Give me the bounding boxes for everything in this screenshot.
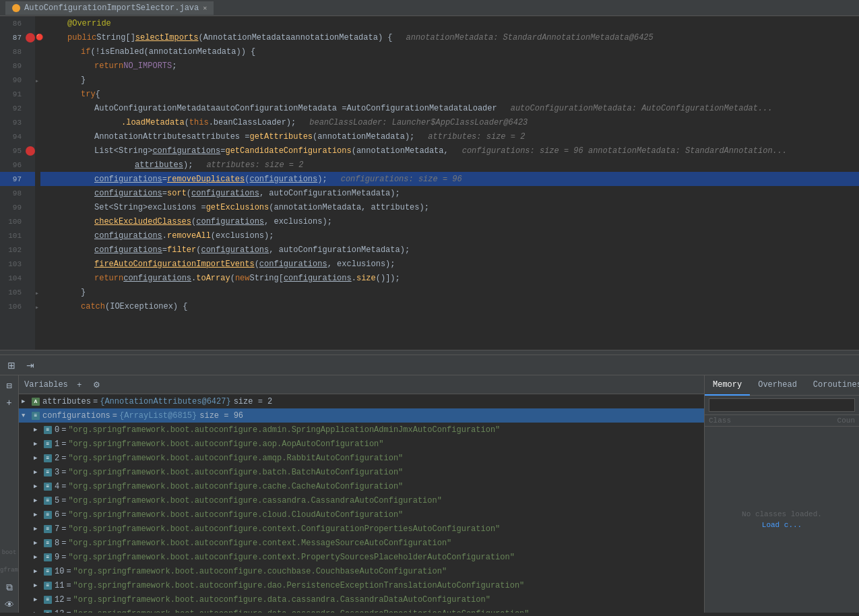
var-icon-10: ≡ [43, 567, 53, 576]
variables-list: ▶ A attributes = {AnnotationAttributes@6… [19, 394, 704, 613]
breakpoint-88[interactable] [26, 47, 35, 57]
code-line-106: catch ( IOException ex) { [40, 299, 859, 313]
code-line-98: configurations = sort ( configurations ,… [40, 186, 859, 200]
breakpoint-86[interactable] [26, 19, 35, 28]
breakpoint-103[interactable] [26, 259, 35, 269]
var-icon-0: ≡ [43, 425, 53, 435]
var-icon-4: ≡ [43, 482, 53, 491]
frames-icon[interactable]: boot [2, 545, 17, 560]
var-item-configurations[interactable]: ▼ ≡ configurations = {ArrayList@6815} si… [19, 408, 704, 423]
variables-header: Variables + ⚙ [19, 375, 704, 394]
debug-content: ⊟ + boot gfram ⧉ 👁 Variables + ⚙ ▶ A att… [0, 375, 859, 613]
var-item-13[interactable]: ▶ ≡ 13 = "org.springframework.boot.autoc… [19, 607, 704, 613]
gutter-row-89: 89 [0, 59, 35, 73]
code-line-86: @Override [40, 16, 859, 30]
var-item-6[interactable]: ▶ ≡ 6 = "org.springframework.boot.autoco… [19, 507, 704, 522]
var-item-7[interactable]: ▶ ≡ 7 = "org.springframework.boot.autoco… [19, 522, 704, 536]
gutter-row-92: 92 [0, 101, 35, 115]
line-num-104: 104 [0, 274, 26, 282]
fold-105[interactable]: ▸ [35, 289, 42, 296]
gutter-row-99: 99 [0, 200, 35, 214]
variables-label: Variables [24, 380, 68, 390]
var-item-2[interactable]: ▶ ≡ 2 = "org.springframework.boot.autoco… [19, 451, 704, 465]
breakpoint-89[interactable] [26, 61, 35, 71]
line-num-103: 103 [0, 260, 26, 268]
add-watch-button[interactable]: + [73, 379, 86, 391]
tab-coroutines[interactable]: Coroutines [805, 375, 859, 396]
breakpoint-101[interactable] [26, 231, 35, 241]
tab-overhead[interactable]: Overhead [750, 375, 805, 396]
gutter-row-87: 87 🔴 [0, 30, 35, 44]
breakpoint-98[interactable] [26, 189, 35, 198]
breakpoint-95[interactable] [26, 146, 35, 156]
breakpoint-96[interactable] [26, 160, 35, 170]
line-num-88: 88 [0, 48, 26, 56]
panel-splitter[interactable] [0, 350, 859, 355]
gutter-row-91: 91 [0, 87, 35, 101]
line-num-99: 99 [0, 204, 26, 212]
breakpoint-92[interactable] [26, 104, 35, 113]
breakpoint-102[interactable] [26, 245, 35, 255]
breakpoint-97[interactable] [26, 175, 35, 184]
no-classes-text: No classes loaded. [742, 510, 822, 518]
line-num-98: 98 [0, 189, 26, 197]
var-item-9[interactable]: ▶ ≡ 9 = "org.springframework.boot.autoco… [19, 550, 704, 564]
breakpoint-94[interactable] [26, 132, 35, 142]
gutter-row-96: 96 [0, 158, 35, 172]
var-item-4[interactable]: ▶ ≡ 4 = "org.springframework.boot.autoco… [19, 479, 704, 493]
var-item-8[interactable]: ▶ ≡ 8 = "org.springframework.boot.autoco… [19, 536, 704, 550]
line-num-102: 102 [0, 246, 26, 254]
gutter-row-105: 105 ▸ [0, 285, 35, 299]
var-item-attributes[interactable]: ▶ A attributes = {AnnotationAttributes@6… [19, 394, 704, 408]
var-icon-2: ≡ [43, 454, 53, 463]
gutter-row-86: 86 [0, 16, 35, 30]
var-icon-9: ≡ [43, 553, 53, 562]
var-item-12[interactable]: ▶ ≡ 12 = "org.springframework.boot.autoc… [19, 592, 704, 607]
code-line-97: configurations = removeDuplicates ( conf… [40, 172, 859, 186]
layout-toggle-button[interactable]: ⊞ [4, 358, 19, 373]
code-line-87: public String[] selectImports ( Annotati… [40, 30, 859, 44]
var-item-11[interactable]: ▶ ≡ 11 = "org.springframework.boot.autoc… [19, 578, 704, 592]
settings-button[interactable]: ⚙ [91, 379, 103, 391]
breakpoint-106[interactable] [26, 302, 35, 311]
right-panel: Memory Overhead Coroutines Class Coun No… [704, 375, 859, 613]
code-editor: 86 87 🔴 88 89 90 ▸ 91 [0, 16, 859, 350]
gutter-row-95: 95 [0, 144, 35, 158]
breakpoint-93[interactable] [26, 118, 35, 127]
line-num-105: 105 [0, 288, 26, 297]
editor-tab[interactable]: AutoConfigurationImportSelector.java ✕ [5, 1, 214, 15]
var-item-5[interactable]: ▶ ≡ 5 = "org.springframework.boot.autoco… [19, 493, 704, 507]
var-item-10[interactable]: ▶ ≡ 10 = "org.springframework.boot.autoc… [19, 564, 704, 578]
load-classes-link[interactable]: Load c... [762, 521, 802, 529]
var-item-3[interactable]: ▶ ≡ 3 = "org.springframework.boot.autoco… [19, 465, 704, 479]
breakpoint-99[interactable] [26, 203, 35, 212]
col-header-class: Class [709, 417, 828, 425]
copy-icon[interactable]: ⧉ [2, 580, 17, 595]
expand-arrow-attributes[interactable]: ▶ [22, 398, 31, 405]
breakpoint-100[interactable] [26, 217, 35, 226]
tab-memory[interactable]: Memory [705, 375, 750, 396]
code-line-92: AutoConfigurationMetadata autoConfigurat… [40, 101, 859, 115]
breakpoint-91[interactable] [26, 90, 35, 99]
line-num-89: 89 [0, 62, 26, 70]
breakpoint-104[interactable] [26, 274, 35, 283]
stack-icon[interactable]: gfram [2, 563, 17, 578]
step-button[interactable]: ⇥ [23, 358, 38, 373]
add-icon[interactable]: + [2, 396, 17, 410]
watch-icon[interactable]: 👁 [2, 598, 17, 613]
search-input[interactable] [709, 398, 855, 412]
gutter-row-94: 94 [0, 129, 35, 144]
fold-106[interactable]: ▸ [35, 303, 42, 310]
right-table-header: Class Coun [705, 415, 859, 427]
code-line-94: AnnotationAttributes attributes = getAtt… [40, 129, 859, 144]
filter-icon[interactable]: ⊟ [2, 378, 17, 393]
var-item-1[interactable]: ▶ ≡ 1 = "org.springframework.boot.autoco… [19, 437, 704, 451]
close-tab-button[interactable]: ✕ [203, 4, 207, 12]
breakpoint-105[interactable] [26, 288, 35, 297]
expand-arrow-configurations[interactable]: ▼ [22, 412, 31, 419]
line-num-106: 106 [0, 303, 26, 311]
fold-90[interactable]: ▸ [35, 77, 42, 84]
breakpoint-87[interactable] [26, 33, 35, 42]
breakpoint-90[interactable] [26, 75, 35, 85]
var-item-0[interactable]: ▶ ≡ 0 = "org.springframework.boot.autoco… [19, 423, 704, 437]
